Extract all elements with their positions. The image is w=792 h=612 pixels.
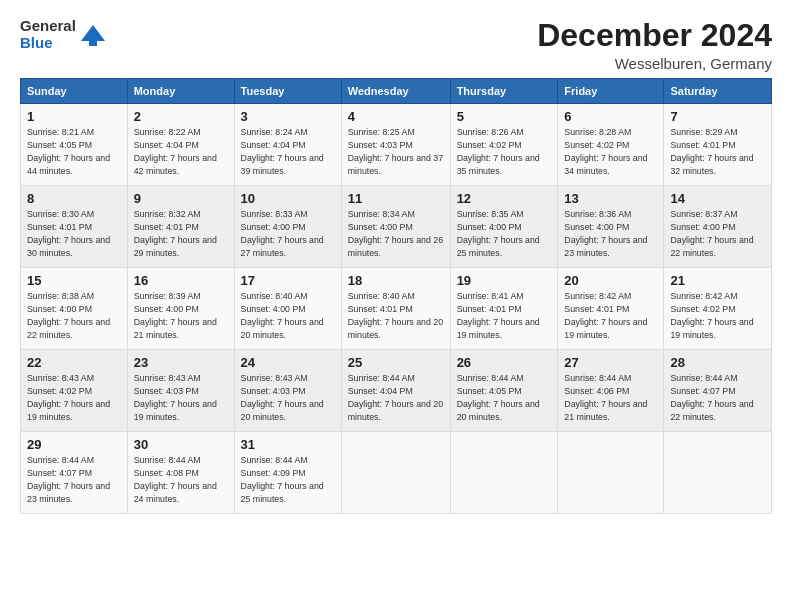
- day-info: Sunrise: 8:44 AMSunset: 4:06 PMDaylight:…: [564, 373, 647, 422]
- day-number: 8: [27, 191, 121, 206]
- day-number: 16: [134, 273, 228, 288]
- table-row: 4 Sunrise: 8:25 AMSunset: 4:03 PMDayligh…: [341, 104, 450, 186]
- day-info: Sunrise: 8:34 AMSunset: 4:00 PMDaylight:…: [348, 209, 443, 258]
- day-info: Sunrise: 8:44 AMSunset: 4:08 PMDaylight:…: [134, 455, 217, 504]
- day-number: 26: [457, 355, 552, 370]
- table-row: 31 Sunrise: 8:44 AMSunset: 4:09 PMDaylig…: [234, 432, 341, 514]
- svg-rect-1: [89, 41, 97, 46]
- day-number: 18: [348, 273, 444, 288]
- day-info: Sunrise: 8:44 AMSunset: 4:04 PMDaylight:…: [348, 373, 443, 422]
- day-number: 29: [27, 437, 121, 452]
- day-info: Sunrise: 8:44 AMSunset: 4:09 PMDaylight:…: [241, 455, 324, 504]
- logo: General Blue: [20, 18, 107, 51]
- table-row: 18 Sunrise: 8:40 AMSunset: 4:01 PMDaylig…: [341, 268, 450, 350]
- day-number: 2: [134, 109, 228, 124]
- table-row: 16 Sunrise: 8:39 AMSunset: 4:00 PMDaylig…: [127, 268, 234, 350]
- day-info: Sunrise: 8:21 AMSunset: 4:05 PMDaylight:…: [27, 127, 110, 176]
- table-row: 17 Sunrise: 8:40 AMSunset: 4:00 PMDaylig…: [234, 268, 341, 350]
- day-number: 10: [241, 191, 335, 206]
- day-number: 15: [27, 273, 121, 288]
- table-row: 10 Sunrise: 8:33 AMSunset: 4:00 PMDaylig…: [234, 186, 341, 268]
- day-number: 31: [241, 437, 335, 452]
- table-row: 12 Sunrise: 8:35 AMSunset: 4:00 PMDaylig…: [450, 186, 558, 268]
- day-info: Sunrise: 8:37 AMSunset: 4:00 PMDaylight:…: [670, 209, 753, 258]
- day-info: Sunrise: 8:35 AMSunset: 4:00 PMDaylight:…: [457, 209, 540, 258]
- day-number: 25: [348, 355, 444, 370]
- day-info: Sunrise: 8:40 AMSunset: 4:01 PMDaylight:…: [348, 291, 443, 340]
- calendar-week-row: 8 Sunrise: 8:30 AMSunset: 4:01 PMDayligh…: [21, 186, 772, 268]
- day-info: Sunrise: 8:44 AMSunset: 4:07 PMDaylight:…: [27, 455, 110, 504]
- day-number: 23: [134, 355, 228, 370]
- table-row: 20 Sunrise: 8:42 AMSunset: 4:01 PMDaylig…: [558, 268, 664, 350]
- location-title: Wesselburen, Germany: [537, 55, 772, 72]
- header-monday: Monday: [127, 79, 234, 104]
- day-info: Sunrise: 8:33 AMSunset: 4:00 PMDaylight:…: [241, 209, 324, 258]
- header-tuesday: Tuesday: [234, 79, 341, 104]
- calendar-week-row: 22 Sunrise: 8:43 AMSunset: 4:02 PMDaylig…: [21, 350, 772, 432]
- day-info: Sunrise: 8:30 AMSunset: 4:01 PMDaylight:…: [27, 209, 110, 258]
- day-info: Sunrise: 8:41 AMSunset: 4:01 PMDaylight:…: [457, 291, 540, 340]
- table-row: 1 Sunrise: 8:21 AMSunset: 4:05 PMDayligh…: [21, 104, 128, 186]
- day-info: Sunrise: 8:25 AMSunset: 4:03 PMDaylight:…: [348, 127, 443, 176]
- table-row: 24 Sunrise: 8:43 AMSunset: 4:03 PMDaylig…: [234, 350, 341, 432]
- day-info: Sunrise: 8:43 AMSunset: 4:03 PMDaylight:…: [241, 373, 324, 422]
- table-row: 26 Sunrise: 8:44 AMSunset: 4:05 PMDaylig…: [450, 350, 558, 432]
- table-row: 28 Sunrise: 8:44 AMSunset: 4:07 PMDaylig…: [664, 350, 772, 432]
- table-row: 3 Sunrise: 8:24 AMSunset: 4:04 PMDayligh…: [234, 104, 341, 186]
- month-title: December 2024: [537, 18, 772, 53]
- day-number: 3: [241, 109, 335, 124]
- day-number: 7: [670, 109, 765, 124]
- table-row: 19 Sunrise: 8:41 AMSunset: 4:01 PMDaylig…: [450, 268, 558, 350]
- day-number: 5: [457, 109, 552, 124]
- day-number: 27: [564, 355, 657, 370]
- day-info: Sunrise: 8:42 AMSunset: 4:01 PMDaylight:…: [564, 291, 647, 340]
- day-info: Sunrise: 8:24 AMSunset: 4:04 PMDaylight:…: [241, 127, 324, 176]
- header-friday: Friday: [558, 79, 664, 104]
- page: General Blue December 2024 Wesselburen, …: [0, 0, 792, 524]
- day-info: Sunrise: 8:40 AMSunset: 4:00 PMDaylight:…: [241, 291, 324, 340]
- table-row: 13 Sunrise: 8:36 AMSunset: 4:00 PMDaylig…: [558, 186, 664, 268]
- header-saturday: Saturday: [664, 79, 772, 104]
- calendar-week-row: 29 Sunrise: 8:44 AMSunset: 4:07 PMDaylig…: [21, 432, 772, 514]
- day-info: Sunrise: 8:26 AMSunset: 4:02 PMDaylight:…: [457, 127, 540, 176]
- table-row: 21 Sunrise: 8:42 AMSunset: 4:02 PMDaylig…: [664, 268, 772, 350]
- table-row: 7 Sunrise: 8:29 AMSunset: 4:01 PMDayligh…: [664, 104, 772, 186]
- table-row: 15 Sunrise: 8:38 AMSunset: 4:00 PMDaylig…: [21, 268, 128, 350]
- table-row: 22 Sunrise: 8:43 AMSunset: 4:02 PMDaylig…: [21, 350, 128, 432]
- day-number: 21: [670, 273, 765, 288]
- logo-icon: [79, 21, 107, 49]
- table-row: 29 Sunrise: 8:44 AMSunset: 4:07 PMDaylig…: [21, 432, 128, 514]
- logo-general: General: [20, 18, 76, 35]
- day-number: 17: [241, 273, 335, 288]
- day-number: 13: [564, 191, 657, 206]
- days-header-row: Sunday Monday Tuesday Wednesday Thursday…: [21, 79, 772, 104]
- day-info: Sunrise: 8:28 AMSunset: 4:02 PMDaylight:…: [564, 127, 647, 176]
- title-block: December 2024 Wesselburen, Germany: [537, 18, 772, 72]
- table-row: [664, 432, 772, 514]
- header-sunday: Sunday: [21, 79, 128, 104]
- day-number: 19: [457, 273, 552, 288]
- header-thursday: Thursday: [450, 79, 558, 104]
- table-row: 30 Sunrise: 8:44 AMSunset: 4:08 PMDaylig…: [127, 432, 234, 514]
- table-row: 14 Sunrise: 8:37 AMSunset: 4:00 PMDaylig…: [664, 186, 772, 268]
- svg-marker-0: [81, 25, 105, 41]
- calendar-week-row: 15 Sunrise: 8:38 AMSunset: 4:00 PMDaylig…: [21, 268, 772, 350]
- day-number: 20: [564, 273, 657, 288]
- day-info: Sunrise: 8:32 AMSunset: 4:01 PMDaylight:…: [134, 209, 217, 258]
- header: General Blue December 2024 Wesselburen, …: [20, 18, 772, 72]
- table-row: 6 Sunrise: 8:28 AMSunset: 4:02 PMDayligh…: [558, 104, 664, 186]
- day-number: 1: [27, 109, 121, 124]
- header-wednesday: Wednesday: [341, 79, 450, 104]
- day-info: Sunrise: 8:44 AMSunset: 4:07 PMDaylight:…: [670, 373, 753, 422]
- table-row: [341, 432, 450, 514]
- day-number: 24: [241, 355, 335, 370]
- day-info: Sunrise: 8:42 AMSunset: 4:02 PMDaylight:…: [670, 291, 753, 340]
- table-row: 2 Sunrise: 8:22 AMSunset: 4:04 PMDayligh…: [127, 104, 234, 186]
- day-info: Sunrise: 8:38 AMSunset: 4:00 PMDaylight:…: [27, 291, 110, 340]
- day-number: 11: [348, 191, 444, 206]
- table-row: 23 Sunrise: 8:43 AMSunset: 4:03 PMDaylig…: [127, 350, 234, 432]
- day-number: 9: [134, 191, 228, 206]
- day-number: 28: [670, 355, 765, 370]
- logo-blue: Blue: [20, 35, 53, 52]
- table-row: 11 Sunrise: 8:34 AMSunset: 4:00 PMDaylig…: [341, 186, 450, 268]
